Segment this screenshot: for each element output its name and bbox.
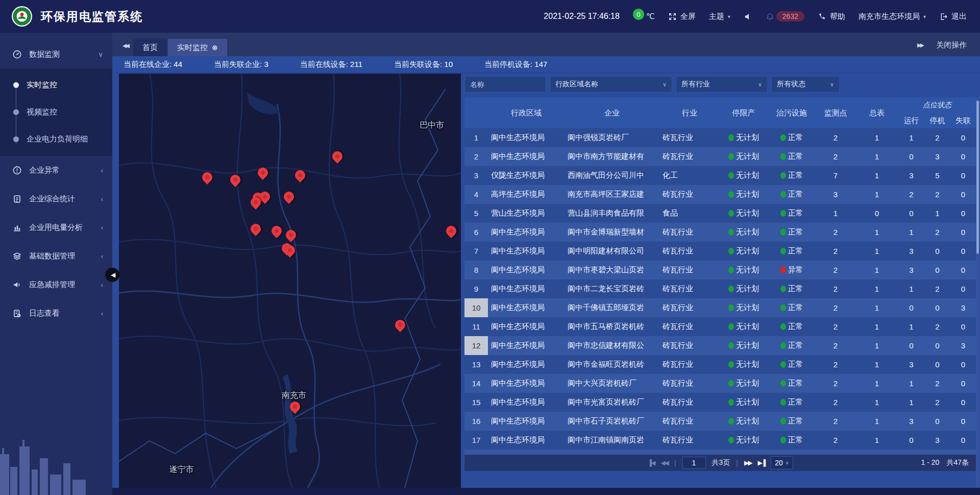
tab-0[interactable]: 首页 [133, 39, 167, 56]
table-row[interactable]: 12阆中生态环境局阆中市忠信建材有限公砖瓦行业无计划正常21003 [464, 336, 976, 355]
status-dot-icon [728, 380, 734, 387]
sidebar-item-6[interactable]: 日志查看‹ [0, 299, 112, 327]
stat-value: 211 [350, 60, 362, 68]
map-pin-icon[interactable] [285, 245, 296, 256]
status-dot-icon [728, 229, 734, 235]
map-pin-icon[interactable] [202, 172, 213, 183]
map-pin-icon[interactable] [395, 320, 406, 331]
map-pin-icon[interactable] [251, 197, 262, 208]
table-row[interactable]: 14阆中生态环境局阆中大兴页岩机砖厂砖瓦行业无计划正常21120 [464, 374, 976, 393]
close-operations-menu[interactable]: 关闭操作 [936, 40, 967, 50]
page-number-input[interactable] [682, 457, 706, 469]
name-search-input[interactable] [464, 76, 546, 92]
region-select[interactable]: 行政区域名称 ∨ [550, 76, 672, 92]
map-pin-icon[interactable] [290, 402, 301, 413]
status-dot-icon [728, 153, 734, 160]
table-row[interactable]: 2阆中生态环境局阆中市南方节能建材有砖瓦行业无计划正常21030 [464, 147, 976, 166]
column-header-7: 总表 [855, 98, 898, 128]
table-row[interactable]: 1阆中生态环境局阆中强锐页岩砖厂砖瓦行业无计划正常21120 [464, 128, 976, 147]
table-row[interactable]: 11阆中生态环境局阆中市五马桥页岩机砖砖瓦行业无计划正常21120 [464, 317, 976, 336]
industry-select[interactable]: 所有行业 ∨ [676, 76, 768, 92]
panel-collapse-button[interactable]: ◀ [105, 268, 119, 282]
cell-stop: 2 [924, 393, 950, 412]
cell-monitor-points: 2 [816, 223, 855, 242]
cell-company: 阆中市石子页岩机砖厂 [565, 412, 659, 431]
sidebar-item-3[interactable]: 企业用电量分析‹ [0, 213, 112, 242]
help-button[interactable]: 帮助 [818, 12, 845, 21]
map-pin-icon[interactable] [251, 224, 262, 235]
table-row[interactable]: 8阆中生态环境局阆中市枣碧大梁山页岩砖瓦行业无计划异常21300 [464, 261, 976, 279]
cell-pollution-facility: 正常 [768, 166, 816, 185]
map-pin-icon[interactable] [230, 175, 241, 186]
cell-monitor-points: 3 [816, 185, 855, 204]
cell-row-number: 2 [464, 147, 488, 166]
table-row[interactable]: 6阆中生态环境局阆中市金博瑞新型墙材砖瓦行业无计划正常21120 [464, 223, 976, 242]
first-page-button[interactable]: ▐◀ [648, 459, 655, 466]
sidebar-subitem-0-2[interactable]: 企业电力负荷明细 [0, 126, 112, 153]
map-pin-icon[interactable] [332, 151, 344, 162]
status-dot-icon [780, 380, 786, 387]
table-row[interactable]: 5营山生态环境局营山县润丰肉食品有限食品无计划正常10010 [464, 204, 976, 223]
map-pin-icon[interactable] [446, 226, 457, 237]
cell-limit-production: 无计划 [720, 317, 768, 336]
cell-region: 阆中生态环境局 [488, 128, 565, 147]
sound-button[interactable] [744, 12, 752, 21]
notifications-button[interactable]: 2632 [766, 11, 804, 21]
table-row[interactable]: 13阆中生态环境局阆中市金福旺页岩机砖砖瓦行业无计划正常21300 [464, 355, 976, 374]
tabs-scroll-left-button[interactable]: ◀◀ [122, 42, 128, 49]
cell-monitor-points: 2 [816, 261, 855, 279]
cell-pollution-facility: 正常 [768, 412, 816, 431]
cell-industry: 砖瓦行业 [659, 336, 720, 355]
cell-total-meters: 1 [855, 242, 898, 261]
cell-pollution-facility: 正常 [768, 317, 816, 336]
sidebar-item-5[interactable]: 应急减排管理‹ [0, 270, 112, 299]
sidebar-subitem-0-1[interactable]: 视频监控 [0, 99, 112, 126]
last-page-button[interactable]: ▶▐ [757, 459, 765, 466]
tab-close-icon[interactable]: ⊗ [212, 43, 218, 52]
sidebar-item-2[interactable]: 企业综合统计‹ [0, 184, 112, 213]
theme-menu[interactable]: 主题▾ [709, 12, 730, 21]
map-pin-icon[interactable] [284, 192, 295, 203]
user-org-menu[interactable]: 南充市生态环境局▾ [859, 12, 926, 21]
table-scrollbar[interactable] [976, 98, 979, 488]
sidebar-item-0[interactable]: 数据监测∨ [0, 40, 112, 68]
status-dot-icon [728, 342, 734, 349]
fullscreen-button[interactable]: 全屏 [668, 12, 696, 21]
sidebar-subitem-0-0[interactable]: 实时监控 [0, 72, 112, 99]
prev-page-button[interactable]: ◀◀ [660, 459, 668, 466]
next-page-button[interactable]: ▶▶ [744, 459, 751, 466]
tab-label: 实时监控 [177, 43, 208, 53]
table-row[interactable]: 16阆中生态环境局阆中市石子页岩机砖厂砖瓦行业无计划正常21300 [464, 412, 976, 431]
tabs-scroll-right-button[interactable]: ▶▶ [917, 42, 923, 49]
cell-limit-production: 无计划 [720, 166, 768, 185]
table-row[interactable]: 9阆中生态环境局阆中市二龙长宝页岩砖砖瓦行业无计划正常21120 [464, 279, 976, 298]
cell-limit-production: 无计划 [720, 204, 768, 223]
status-dot-icon [780, 229, 786, 235]
chevron-down-icon: ∨ [655, 81, 667, 88]
cell-monitor-points: 2 [816, 336, 855, 355]
column-header-1: 行政区域 [488, 98, 565, 128]
table-row[interactable]: 15阆中生态环境局阆中市光富页岩机砖厂砖瓦行业无计划正常21120 [464, 393, 976, 412]
page-size-select[interactable]: 20 ∨ [771, 456, 793, 469]
sidebar-item-1[interactable]: 企业异常‹ [0, 156, 112, 184]
map-pin-icon[interactable] [258, 168, 269, 179]
table-row[interactable]: 3仪陇生态环境局西南油气田分公司川中化工无计划正常71350 [464, 166, 976, 185]
map-pin-icon[interactable] [295, 170, 306, 181]
cell-stop: 2 [924, 374, 950, 393]
table-row[interactable]: 7阆中生态环境局阆中明阳建材有限公司砖瓦行业无计划正常21300 [464, 242, 976, 261]
cell-region: 阆中生态环境局 [488, 431, 565, 450]
map-pin-icon[interactable] [272, 226, 283, 237]
table-row[interactable]: 17阆中生态环境局阆中市江南镇阆南页岩砖瓦行业无计划正常21030 [464, 431, 976, 450]
table-row[interactable]: 4高坪生态环境局南充市高坪区王家店建砖瓦行业无计划正常31220 [464, 185, 976, 204]
stat-value: 10 [444, 60, 453, 68]
sidebar-item-4[interactable]: 基础数据管理‹ [0, 242, 112, 270]
tab-1[interactable]: 实时监控⊗ [168, 39, 227, 56]
cell-stop: 0 [924, 336, 950, 355]
map-pin-icon[interactable] [286, 230, 297, 241]
status-select[interactable]: 所有状态 ∨ [771, 76, 840, 92]
scrollbar-thumb[interactable] [976, 101, 979, 254]
map-panel[interactable]: 巴中市南充市遂宁市 [119, 74, 461, 488]
chevron-down-icon: ∨ [98, 51, 103, 58]
logout-button[interactable]: 退出 [939, 12, 967, 21]
table-row[interactable]: 10阆中生态环境局阆中千佛镇五郎垭页岩砖瓦行业无计划正常21003 [464, 298, 976, 317]
